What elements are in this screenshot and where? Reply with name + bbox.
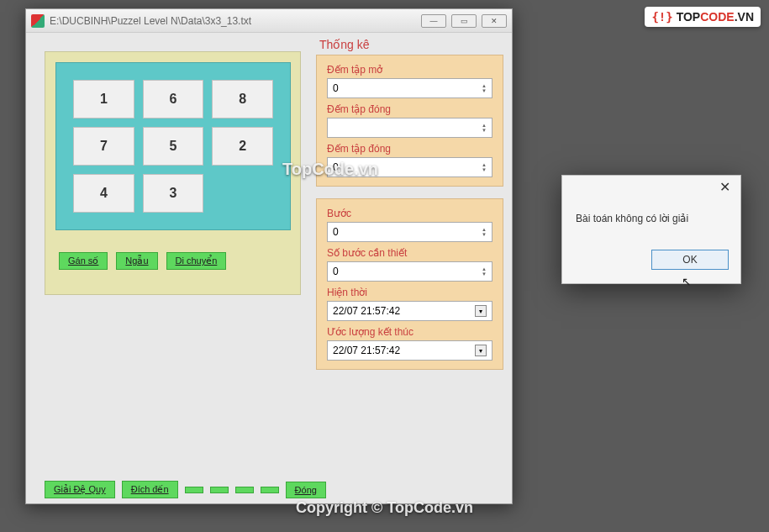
puzzle-tile[interactable]: 8 bbox=[212, 80, 273, 119]
step-label: Bước bbox=[327, 208, 492, 219]
current-time-label: Hiện thời bbox=[327, 287, 492, 298]
puzzle-tile[interactable]: 2 bbox=[212, 127, 273, 166]
bottom-button-bar: Giải Đệ Quy Đích đến Đóng bbox=[45, 481, 500, 498]
closed2-count-input[interactable]: 0 ▲▼ bbox=[327, 157, 492, 177]
closed-count-label: Đếm tập đóng bbox=[327, 103, 492, 115]
logo-text-top: TOP bbox=[677, 10, 701, 24]
puzzle-tile-empty bbox=[212, 174, 273, 213]
close-button[interactable]: ✕ bbox=[482, 14, 507, 28]
puzzle-tile[interactable]: 4 bbox=[73, 174, 134, 213]
stats-group-2: Bước 0 ▲▼ Số bước cần thiết 0 ▲▼ Hiện th… bbox=[316, 198, 503, 370]
logo-text-vn: .VN bbox=[735, 10, 754, 24]
dialog-body: Bài toán không có lời giải OK ↖ bbox=[562, 198, 740, 283]
spinner-icon[interactable]: ▲▼ bbox=[482, 123, 487, 133]
dialog-ok-button[interactable]: OK bbox=[651, 250, 729, 270]
open-count-value: 0 bbox=[333, 82, 339, 94]
step-input[interactable]: 0 ▲▼ bbox=[327, 222, 492, 242]
move-button[interactable]: Di chuyển bbox=[166, 252, 227, 270]
spinner-icon[interactable]: ▲▼ bbox=[482, 83, 487, 93]
bottom-button-5[interactable] bbox=[235, 487, 254, 493]
dialog-titlebar[interactable]: ✕ bbox=[562, 176, 740, 198]
estimate-time-picker[interactable]: 22/07 21:57:42 ▾ bbox=[327, 340, 492, 361]
puzzle-frame: 1 6 8 7 5 2 4 3 Gán số Ngẫu Di chuyển bbox=[45, 51, 301, 295]
puzzle-tile[interactable]: 7 bbox=[73, 127, 134, 166]
spinner-icon[interactable]: ▲▼ bbox=[482, 266, 487, 277]
current-time-picker[interactable]: 22/07 21:57:42 ▾ bbox=[327, 301, 492, 321]
stats-group-1: Đếm tập mở 0 ▲▼ Đếm tập đóng ▲▼ Đếm tập … bbox=[316, 55, 503, 187]
puzzle-tile[interactable]: 5 bbox=[143, 127, 204, 166]
spinner-icon[interactable]: ▲▼ bbox=[482, 227, 487, 237]
current-time-value: 22/07 21:57:42 bbox=[333, 305, 400, 317]
minimize-button[interactable]: — bbox=[421, 14, 446, 28]
destination-button[interactable]: Đích đến bbox=[122, 481, 178, 498]
close-app-button[interactable]: Đóng bbox=[286, 482, 326, 498]
bottom-button-3[interactable] bbox=[185, 487, 203, 493]
window-titlebar[interactable]: E:\DUCBINH\Puzzel Level N\Data\3x3_13.tx… bbox=[26, 9, 512, 33]
closed2-count-label: Đếm tập đóng bbox=[327, 143, 492, 155]
needed-step-input[interactable]: 0 ▲▼ bbox=[327, 261, 492, 282]
puzzle-tile[interactable]: 3 bbox=[143, 174, 204, 213]
estimate-time-label: Ước lượng kết thúc bbox=[327, 326, 492, 338]
calendar-icon[interactable]: ▾ bbox=[475, 345, 487, 356]
stats-title: Thống kê bbox=[316, 38, 503, 51]
puzzle-tile[interactable]: 6 bbox=[143, 80, 204, 119]
main-window: E:\DUCBINH\Puzzel Level N\Data\3x3_13.tx… bbox=[25, 8, 513, 504]
message-dialog: ✕ Bài toán không có lời giải OK ↖ bbox=[561, 175, 741, 284]
bottom-button-6[interactable] bbox=[261, 487, 279, 493]
closed-count-input[interactable]: ▲▼ bbox=[327, 118, 492, 138]
logo-text-code: CODE bbox=[700, 10, 734, 24]
needed-step-value: 0 bbox=[333, 266, 339, 277]
closed2-count-value: 0 bbox=[333, 161, 339, 173]
puzzle-panel: 1 6 8 7 5 2 4 3 Gán số Ngẫu Di chuyển bbox=[26, 33, 316, 503]
assign-button[interactable]: Gán số bbox=[59, 252, 108, 270]
cursor-icon: ↖ bbox=[682, 275, 692, 288]
calendar-icon[interactable]: ▾ bbox=[475, 305, 487, 317]
spinner-icon[interactable]: ▲▼ bbox=[482, 162, 487, 172]
puzzle-board: 1 6 8 7 5 2 4 3 bbox=[55, 62, 291, 230]
solve-recursive-button[interactable]: Giải Đệ Quy bbox=[45, 481, 115, 498]
open-count-input[interactable]: 0 ▲▼ bbox=[327, 78, 492, 98]
estimate-time-value: 22/07 21:57:42 bbox=[333, 345, 400, 356]
app-icon bbox=[31, 14, 45, 28]
dialog-close-icon[interactable]: ✕ bbox=[716, 179, 734, 195]
needed-step-label: Số bước cần thiết bbox=[327, 247, 492, 259]
bottom-button-4[interactable] bbox=[210, 487, 229, 493]
random-button[interactable]: Ngẫu bbox=[116, 252, 157, 270]
logo-badge: {!} TOPCODE.VN bbox=[645, 7, 761, 27]
dialog-message: Bài toán không có lời giải bbox=[572, 213, 730, 224]
puzzle-tile[interactable]: 1 bbox=[73, 80, 134, 119]
logo-bracket-icon: {!} bbox=[651, 10, 672, 24]
window-title: E:\DUCBINH\Puzzel Level N\Data\3x3_13.tx… bbox=[50, 15, 421, 27]
stats-panel: Thống kê Đếm tập mở 0 ▲▼ Đếm tập đóng ▲▼… bbox=[316, 33, 512, 503]
step-value: 0 bbox=[333, 226, 339, 238]
maximize-button[interactable]: ▭ bbox=[451, 14, 477, 28]
open-count-label: Đếm tập mở bbox=[327, 64, 492, 76]
